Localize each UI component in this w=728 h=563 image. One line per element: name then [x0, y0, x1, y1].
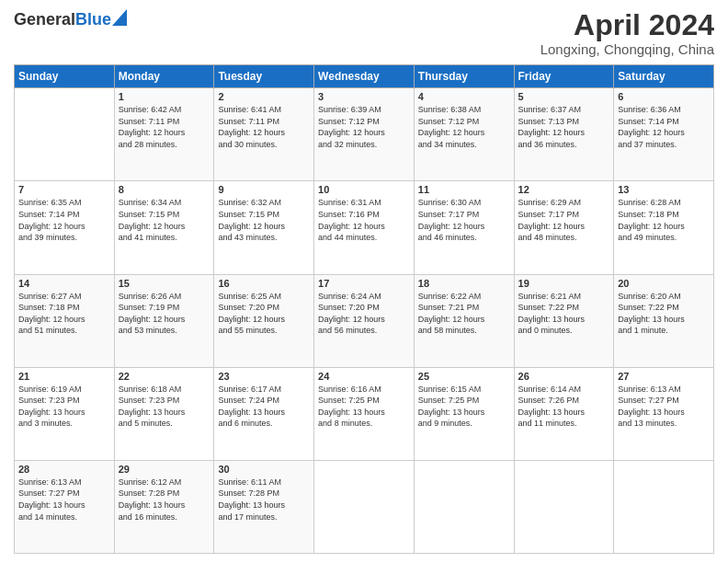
- day-number: 7: [18, 184, 110, 195]
- day-info: Sunrise: 6:30 AM Sunset: 7:17 PM Dayligh…: [418, 197, 510, 243]
- day-number: 26: [518, 371, 610, 382]
- day-number: 4: [418, 91, 510, 102]
- calendar-day-cell: 21Sunrise: 6:19 AM Sunset: 7:23 PM Dayli…: [15, 367, 115, 460]
- day-of-week-header: Monday: [114, 65, 214, 88]
- day-of-week-header: Friday: [514, 65, 614, 88]
- day-number: 27: [618, 371, 710, 382]
- calendar-day-cell: 18Sunrise: 6:22 AM Sunset: 7:21 PM Dayli…: [414, 274, 514, 367]
- calendar-day-cell: [15, 88, 115, 181]
- day-of-week-header: Sunday: [15, 65, 115, 88]
- day-info: Sunrise: 6:26 AM Sunset: 7:19 PM Dayligh…: [119, 291, 210, 337]
- calendar-day-cell: 24Sunrise: 6:16 AM Sunset: 7:25 PM Dayli…: [314, 367, 415, 460]
- calendar-week-row: 1Sunrise: 6:42 AM Sunset: 7:11 PM Daylig…: [15, 88, 714, 181]
- month-title: April 2024: [540, 9, 714, 41]
- day-number: 12: [518, 184, 610, 195]
- day-info: Sunrise: 6:24 AM Sunset: 7:20 PM Dayligh…: [318, 291, 410, 337]
- calendar-day-cell: 6Sunrise: 6:36 AM Sunset: 7:14 PM Daylig…: [614, 88, 714, 181]
- day-number: 20: [618, 278, 710, 289]
- day-number: 10: [318, 184, 410, 195]
- calendar-day-cell: 22Sunrise: 6:18 AM Sunset: 7:23 PM Dayli…: [114, 367, 214, 460]
- day-number: 3: [318, 91, 410, 102]
- day-number: 19: [518, 278, 610, 289]
- calendar-day-cell: 1Sunrise: 6:42 AM Sunset: 7:11 PM Daylig…: [114, 88, 214, 181]
- calendar-day-cell: 9Sunrise: 6:32 AM Sunset: 7:15 PM Daylig…: [214, 181, 314, 274]
- day-info: Sunrise: 6:34 AM Sunset: 7:15 PM Dayligh…: [119, 197, 210, 243]
- location-title: Longxing, Chongqing, China: [540, 41, 714, 57]
- calendar-week-row: 28Sunrise: 6:13 AM Sunset: 7:27 PM Dayli…: [15, 460, 714, 553]
- day-info: Sunrise: 6:19 AM Sunset: 7:23 PM Dayligh…: [18, 384, 110, 430]
- calendar-day-cell: 15Sunrise: 6:26 AM Sunset: 7:19 PM Dayli…: [114, 274, 214, 367]
- day-number: 14: [18, 278, 110, 289]
- calendar-day-cell: 3Sunrise: 6:39 AM Sunset: 7:12 PM Daylig…: [314, 88, 415, 181]
- calendar-day-cell: 20Sunrise: 6:20 AM Sunset: 7:22 PM Dayli…: [614, 274, 714, 367]
- day-number: 2: [218, 91, 310, 102]
- day-number: 5: [518, 91, 610, 102]
- calendar-day-cell: 17Sunrise: 6:24 AM Sunset: 7:20 PM Dayli…: [314, 274, 415, 367]
- day-number: 6: [618, 91, 710, 102]
- day-info: Sunrise: 6:41 AM Sunset: 7:11 PM Dayligh…: [218, 104, 310, 150]
- day-info: Sunrise: 6:13 AM Sunset: 7:27 PM Dayligh…: [18, 477, 110, 523]
- day-info: Sunrise: 6:32 AM Sunset: 7:15 PM Dayligh…: [218, 197, 310, 243]
- page: GeneralBlue April 2024 Longxing, Chongqi…: [0, 0, 728, 563]
- day-info: Sunrise: 6:12 AM Sunset: 7:28 PM Dayligh…: [119, 477, 210, 523]
- day-number: 18: [418, 278, 510, 289]
- calendar-table: SundayMondayTuesdayWednesdayThursdayFrid…: [14, 64, 714, 554]
- calendar-day-cell: [514, 460, 614, 553]
- day-number: 22: [119, 371, 210, 382]
- calendar-day-cell: 16Sunrise: 6:25 AM Sunset: 7:20 PM Dayli…: [214, 274, 314, 367]
- day-number: 23: [218, 371, 310, 382]
- day-info: Sunrise: 6:22 AM Sunset: 7:21 PM Dayligh…: [418, 291, 510, 337]
- day-number: 9: [218, 184, 310, 195]
- day-info: Sunrise: 6:39 AM Sunset: 7:12 PM Dayligh…: [318, 104, 410, 150]
- day-of-week-header: Tuesday: [214, 65, 314, 88]
- day-number: 17: [318, 278, 410, 289]
- logo: GeneralBlue: [14, 9, 127, 29]
- calendar-day-cell: 28Sunrise: 6:13 AM Sunset: 7:27 PM Dayli…: [15, 460, 115, 553]
- day-info: Sunrise: 6:18 AM Sunset: 7:23 PM Dayligh…: [119, 384, 210, 430]
- day-info: Sunrise: 6:37 AM Sunset: 7:13 PM Dayligh…: [518, 104, 610, 150]
- title-block: April 2024 Longxing, Chongqing, China: [540, 9, 714, 57]
- calendar-day-cell: 19Sunrise: 6:21 AM Sunset: 7:22 PM Dayli…: [514, 274, 614, 367]
- header: GeneralBlue April 2024 Longxing, Chongqi…: [14, 9, 714, 57]
- calendar-day-cell: 5Sunrise: 6:37 AM Sunset: 7:13 PM Daylig…: [514, 88, 614, 181]
- calendar-day-cell: 23Sunrise: 6:17 AM Sunset: 7:24 PM Dayli…: [214, 367, 314, 460]
- day-number: 28: [18, 464, 110, 475]
- logo-triangle-icon: [112, 9, 127, 26]
- calendar-week-row: 7Sunrise: 6:35 AM Sunset: 7:14 PM Daylig…: [15, 181, 714, 274]
- day-info: Sunrise: 6:13 AM Sunset: 7:27 PM Dayligh…: [618, 384, 710, 430]
- day-info: Sunrise: 6:25 AM Sunset: 7:20 PM Dayligh…: [218, 291, 310, 337]
- day-of-week-header: Wednesday: [314, 65, 415, 88]
- day-info: Sunrise: 6:36 AM Sunset: 7:14 PM Dayligh…: [618, 104, 710, 150]
- day-number: 21: [18, 371, 110, 382]
- calendar-day-cell: 14Sunrise: 6:27 AM Sunset: 7:18 PM Dayli…: [15, 274, 115, 367]
- calendar-day-cell: 8Sunrise: 6:34 AM Sunset: 7:15 PM Daylig…: [114, 181, 214, 274]
- day-info: Sunrise: 6:31 AM Sunset: 7:16 PM Dayligh…: [318, 197, 410, 243]
- logo-blue-text: Blue: [75, 10, 111, 29]
- calendar-day-cell: 27Sunrise: 6:13 AM Sunset: 7:27 PM Dayli…: [614, 367, 714, 460]
- day-info: Sunrise: 6:21 AM Sunset: 7:22 PM Dayligh…: [518, 291, 610, 337]
- calendar-header-row: SundayMondayTuesdayWednesdayThursdayFrid…: [15, 65, 714, 88]
- day-number: 15: [119, 278, 210, 289]
- day-info: Sunrise: 6:16 AM Sunset: 7:25 PM Dayligh…: [318, 384, 410, 430]
- calendar-week-row: 21Sunrise: 6:19 AM Sunset: 7:23 PM Dayli…: [15, 367, 714, 460]
- day-info: Sunrise: 6:42 AM Sunset: 7:11 PM Dayligh…: [119, 104, 210, 150]
- calendar-day-cell: [614, 460, 714, 553]
- calendar-day-cell: [314, 460, 415, 553]
- day-of-week-header: Saturday: [614, 65, 714, 88]
- day-info: Sunrise: 6:29 AM Sunset: 7:17 PM Dayligh…: [518, 197, 610, 243]
- calendar-day-cell: 2Sunrise: 6:41 AM Sunset: 7:11 PM Daylig…: [214, 88, 314, 181]
- calendar-body: 1Sunrise: 6:42 AM Sunset: 7:11 PM Daylig…: [15, 88, 714, 554]
- calendar-day-cell: [414, 460, 514, 553]
- calendar-day-cell: 4Sunrise: 6:38 AM Sunset: 7:12 PM Daylig…: [414, 88, 514, 181]
- day-number: 13: [618, 184, 710, 195]
- calendar-day-cell: 10Sunrise: 6:31 AM Sunset: 7:16 PM Dayli…: [314, 181, 415, 274]
- day-info: Sunrise: 6:38 AM Sunset: 7:12 PM Dayligh…: [418, 104, 510, 150]
- day-number: 8: [119, 184, 210, 195]
- calendar-day-cell: 30Sunrise: 6:11 AM Sunset: 7:28 PM Dayli…: [214, 460, 314, 553]
- calendar-day-cell: 13Sunrise: 6:28 AM Sunset: 7:18 PM Dayli…: [614, 181, 714, 274]
- calendar-day-cell: 26Sunrise: 6:14 AM Sunset: 7:26 PM Dayli…: [514, 367, 614, 460]
- day-number: 11: [418, 184, 510, 195]
- calendar-day-cell: 29Sunrise: 6:12 AM Sunset: 7:28 PM Dayli…: [114, 460, 214, 553]
- day-info: Sunrise: 6:35 AM Sunset: 7:14 PM Dayligh…: [18, 197, 110, 243]
- day-number: 16: [218, 278, 310, 289]
